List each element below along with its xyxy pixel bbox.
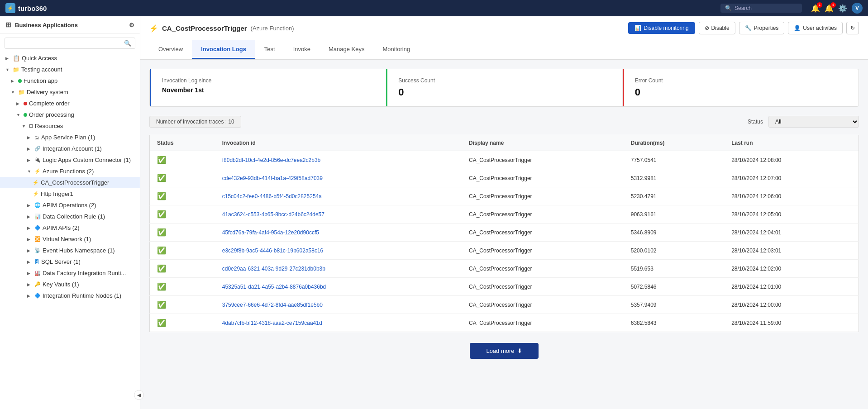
sidebar-item-logic-apps-connector[interactable]: ▶ 🔌 Logic Apps Custom Connector (1): [0, 154, 140, 166]
invocation-id-link[interactable]: 45325a51-da21-4a55-a2b4-8876a0b436bd: [222, 284, 326, 290]
sidebar-item-event-hubs[interactable]: ▶ 📡 Event Hubs Namespace (1): [0, 245, 140, 256]
sidebar-item-label: Complete order: [29, 100, 70, 107]
cell-invocation-id: c15c04c2-fee0-4486-b5f4-5d0c2825254a: [215, 187, 462, 205]
tab-monitoring[interactable]: Monitoring: [374, 40, 420, 59]
user-activities-button[interactable]: 👤 User activities: [788, 22, 843, 34]
chevron-down-icon: ▼: [22, 124, 27, 128]
sidebar-item-apim-apis[interactable]: ▶ 🔷 APIM APIs (2): [0, 222, 140, 233]
cell-invocation-id: 3759cee7-66e6-4d72-8fd4-aae85df1e5b0: [215, 296, 462, 314]
invocation-id-link[interactable]: c15c04c2-fee0-4486-b5f4-5d0c2825254a: [222, 193, 322, 200]
content-area: Invocation Log since November 1st Succes…: [140, 60, 868, 409]
success-icon: ✅: [157, 210, 166, 218]
data-factory-icon: 🏭: [34, 270, 41, 276]
tab-invoke[interactable]: Invoke: [284, 40, 320, 59]
status-filter-select[interactable]: All Success Error: [768, 116, 859, 128]
success-icon: ✅: [157, 283, 166, 290]
sidebar-item-label: Integration Account (1): [43, 145, 102, 152]
sidebar-item-label: Resources: [35, 123, 63, 129]
sidebar-item-delivery-system[interactable]: ▼ 📁 Delivery system: [0, 86, 140, 98]
sidebar-search-box[interactable]: 🔍: [5, 38, 135, 49]
cell-last-run: 28/10/2024 12:07:00: [724, 169, 858, 187]
chevron-right-icon: ▶: [16, 101, 22, 106]
sidebar-item-testing-account[interactable]: ▼ 📁 Testing account: [0, 64, 140, 75]
sidebar-settings-icon[interactable]: ⚙: [129, 22, 134, 29]
sidebar-item-data-factory[interactable]: ▶ 🏭 Data Factory Integration Runti...: [0, 267, 140, 279]
tab-manage-keys[interactable]: Manage Keys: [320, 40, 374, 59]
sidebar-item-complete-order[interactable]: ▶ Complete order: [0, 98, 140, 109]
table-row: ✅ cde432e9-93db-414f-ba1a-429f58ad7039 C…: [150, 169, 859, 187]
invocation-id-link[interactable]: 3759cee7-66e6-4d72-8fd4-aae85df1e5b0: [222, 302, 323, 308]
disable-button[interactable]: ⊘ Disable: [699, 22, 735, 34]
cell-duration: 5519.653: [624, 260, 724, 278]
sidebar-search-input[interactable]: [9, 40, 121, 47]
sidebar-item-integration-account[interactable]: ▶ 🔗 Integration Account (1): [0, 143, 140, 154]
sidebar-item-ca-cost-processor[interactable]: ⚡ CA_CostProcessorTrigger: [0, 177, 140, 188]
sidebar-item-azure-functions[interactable]: ▼ ⚡ Azure Functions (2): [0, 166, 140, 177]
load-more-button[interactable]: Load more ⬇: [470, 343, 538, 359]
invocation-id-link[interactable]: 45fcd76a-79fa-4af4-954a-12e20d90ccf5: [222, 229, 319, 236]
cell-display-name: CA_CostProcessorTrigger: [462, 169, 624, 187]
sidebar-item-data-collection-rule[interactable]: ▶ 📊 Data Collection Rule (1): [0, 211, 140, 222]
cell-last-run: 28/10/2024 12:01:00: [724, 278, 858, 296]
integration-runtime-icon: 🔷: [34, 293, 41, 299]
main-content: ⚡ CA_CostProcessorTrigger (Azure Functio…: [140, 16, 868, 409]
success-icon: ✅: [157, 192, 166, 200]
sidebar-item-integration-runtime[interactable]: ▶ 🔷 Integration Runtime Nodes (1): [0, 290, 140, 301]
table-row: ✅ 45fcd76a-79fa-4af4-954a-12e20d90ccf5 C…: [150, 224, 859, 242]
sidebar-item-app-service-plan[interactable]: ▶ 🗂 App Service Plan (1): [0, 132, 140, 143]
tab-overview[interactable]: Overview: [149, 40, 192, 59]
sidebar-item-quick-access[interactable]: ▶ 📋 Quick Access: [0, 52, 140, 64]
cell-duration: 9063.9161: [624, 205, 724, 224]
avatar[interactable]: V: [852, 3, 863, 14]
cell-display-name: CA_CostProcessorTrigger: [462, 296, 624, 314]
sidebar-item-sql-server[interactable]: ▶ 🗄 SQL Server (1): [0, 256, 140, 267]
global-search[interactable]: 🔍 Search: [720, 4, 802, 13]
tab-invocation-logs[interactable]: Invocation Logs: [192, 40, 255, 59]
properties-button[interactable]: 🔧 Properties: [739, 22, 785, 34]
user-icon: 👤: [794, 25, 801, 31]
app-logo[interactable]: ⚡ turbo360: [5, 3, 47, 13]
sidebar-item-label: Quick Access: [22, 55, 57, 62]
alert-bell-icon[interactable]: 🔔1: [811, 4, 820, 13]
invocation-id-link[interactable]: cd0e29aa-6321-403a-9d29-27c231db0b3b: [222, 266, 325, 272]
sidebar-item-virtual-network[interactable]: ▶ 🔀 Virtual Network (1): [0, 233, 140, 245]
invocation-id-link[interactable]: e3c29f8b-9ac5-4446-b81c-19b602a58c16: [222, 247, 324, 254]
load-more-icon: ⬇: [517, 347, 522, 354]
invocation-id-link[interactable]: 41ac3624-c553-4b65-8bcc-d24b6c24de57: [222, 211, 324, 218]
tab-test[interactable]: Test: [255, 40, 284, 59]
cell-status: ✅: [150, 205, 215, 224]
disable-monitoring-button[interactable]: 📊 Disable monitoring: [628, 22, 695, 34]
refresh-button[interactable]: ↻: [846, 22, 859, 34]
sidebar-item-label: Integration Runtime Nodes (1): [43, 292, 121, 299]
app-service-icon: 🗂: [34, 135, 39, 140]
table-body: ✅ f80db2df-10cf-4e2d-856e-dc7eea2c2b3b C…: [150, 151, 859, 332]
sidebar-item-resources[interactable]: ▼ ⊞ Resources: [0, 120, 140, 132]
invocation-id-link[interactable]: 4dab7cfb-bf12-4318-aaa2-ce7159caa41d: [222, 320, 322, 326]
success-icon: ✅: [157, 301, 166, 309]
sidebar-item-key-vaults[interactable]: ▶ 🔑 Key Vaults (1): [0, 279, 140, 290]
chevron-right-icon: ▶: [27, 237, 33, 242]
invocation-table: Status Invocation id Display name Durati…: [149, 135, 859, 332]
table-row: ✅ e3c29f8b-9ac5-4446-b81c-19b602a58c16 C…: [150, 242, 859, 260]
alert-badge: 1: [817, 2, 822, 8]
col-last-run: Last run: [724, 135, 858, 151]
chevron-right-icon: ▶: [27, 282, 33, 287]
settings-icon[interactable]: ⚙️: [838, 4, 847, 13]
sidebar-item-function-app[interactable]: ▶ Function app: [0, 75, 140, 86]
cell-display-name: CA_CostProcessorTrigger: [462, 278, 624, 296]
cell-last-run: 28/10/2024 12:03:01: [724, 242, 858, 260]
sidebar-item-label: Data Collection Rule (1): [43, 213, 105, 220]
notification-bell-icon[interactable]: 🔔4: [825, 4, 834, 13]
sidebar-item-order-processing[interactable]: ▼ Order processing: [0, 109, 140, 120]
sidebar-item-label: APIM Operations (2): [43, 202, 96, 209]
sidebar-item-apim-operations[interactable]: ▶ 🌐 APIM Operations (2): [0, 200, 140, 211]
cell-duration: 5357.9409: [624, 296, 724, 314]
cell-status: ✅: [150, 260, 215, 278]
filter-row: Number of invocation traces : 10 Status …: [149, 116, 859, 128]
invocation-id-link[interactable]: cde432e9-93db-414f-ba1a-429f58ad7039: [222, 175, 323, 181]
invocation-id-link[interactable]: f80db2df-10cf-4e2d-856e-dc7eea2c2b3b: [222, 157, 321, 163]
cell-status: ✅: [150, 242, 215, 260]
sidebar-item-label: SQL Server (1): [41, 258, 81, 265]
sidebar-header: ⊞ Business Applications ⚙: [0, 16, 140, 34]
sidebar-item-http-trigger[interactable]: ⚡ HttpTrigger1: [0, 188, 140, 200]
